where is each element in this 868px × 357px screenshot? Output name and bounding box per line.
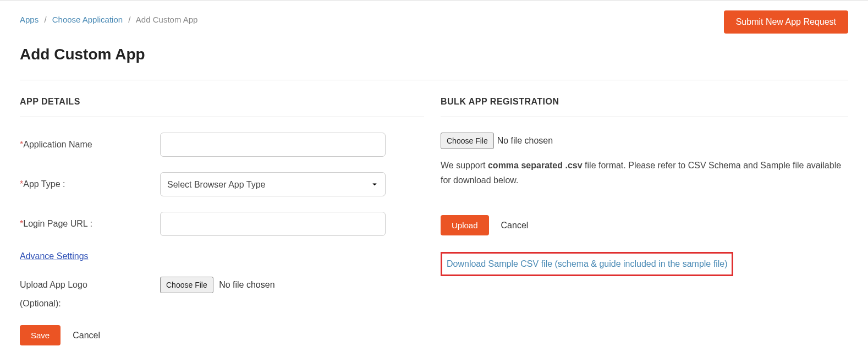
app-details-actions: Save Cancel: [20, 325, 424, 345]
save-button[interactable]: Save: [20, 325, 61, 345]
main-columns: APP DETAILS *Application Name *App Type …: [20, 97, 848, 345]
help-pre: We support: [441, 161, 488, 170]
upload-logo-label: Upload App Logo: [20, 277, 160, 293]
breadcrumb-current: Add Custom App: [136, 15, 198, 24]
application-name-label: *Application Name: [20, 140, 160, 150]
header-row: Apps / Choose Application / Add Custom A…: [20, 10, 848, 34]
bulk-registration-section: BULK APP REGISTRATION Choose File No fil…: [441, 97, 848, 345]
application-name-input[interactable]: [160, 133, 386, 157]
logo-file-status: No file chosen: [219, 280, 274, 289]
advance-settings-link[interactable]: Advance Settings: [20, 251, 89, 261]
bulk-file-row: Choose File No file chosen: [441, 133, 848, 149]
app-type-select[interactable]: Select Browser App Type: [160, 172, 386, 196]
login-url-label-text: Login Page URL :: [23, 219, 92, 228]
application-name-row: *Application Name: [20, 133, 424, 157]
bulk-help-text: We support comma separated .csv file for…: [441, 158, 848, 188]
app-details-title: APP DETAILS: [20, 97, 424, 117]
upload-button[interactable]: Upload: [441, 215, 489, 235]
submit-new-app-request-button[interactable]: Submit New App Request: [724, 10, 848, 34]
upload-logo-row: Upload App Logo Choose File No file chos…: [20, 277, 424, 293]
cancel-button[interactable]: Cancel: [73, 331, 100, 340]
app-type-label-text: App Type :: [23, 179, 65, 189]
breadcrumb-sep: /: [128, 15, 130, 24]
breadcrumb-sep: /: [44, 15, 46, 24]
bulk-file-status: No file chosen: [497, 136, 553, 146]
breadcrumb-choose-app[interactable]: Choose Application: [52, 15, 123, 24]
login-url-label: *Login Page URL :: [20, 219, 160, 229]
login-url-input[interactable]: [160, 212, 386, 236]
choose-file-bulk-button[interactable]: Choose File: [441, 133, 494, 149]
choose-file-logo-button[interactable]: Choose File: [160, 277, 213, 293]
app-type-row: *App Type : Select Browser App Type: [20, 172, 424, 196]
breadcrumb-apps[interactable]: Apps: [20, 15, 39, 24]
help-strong: comma separated .csv: [488, 161, 583, 170]
breadcrumb: Apps / Choose Application / Add Custom A…: [20, 10, 197, 24]
application-name-label-text: Application Name: [23, 140, 92, 149]
upload-logo-control: Choose File No file chosen: [160, 277, 275, 293]
download-sample-csv-link[interactable]: Download Sample CSV file (schema & guide…: [447, 259, 727, 268]
app-type-label: *App Type :: [20, 179, 160, 189]
bulk-actions: Upload Cancel: [441, 215, 848, 235]
download-link-highlight: Download Sample CSV file (schema & guide…: [441, 252, 733, 276]
page-title: Add Custom App: [20, 46, 848, 63]
bulk-cancel-button[interactable]: Cancel: [501, 221, 529, 230]
bulk-registration-title: BULK APP REGISTRATION: [441, 97, 848, 117]
app-details-section: APP DETAILS *Application Name *App Type …: [20, 97, 424, 345]
divider: [20, 80, 848, 80]
login-url-row: *Login Page URL :: [20, 212, 424, 236]
optional-label: (Optional):: [20, 299, 424, 309]
